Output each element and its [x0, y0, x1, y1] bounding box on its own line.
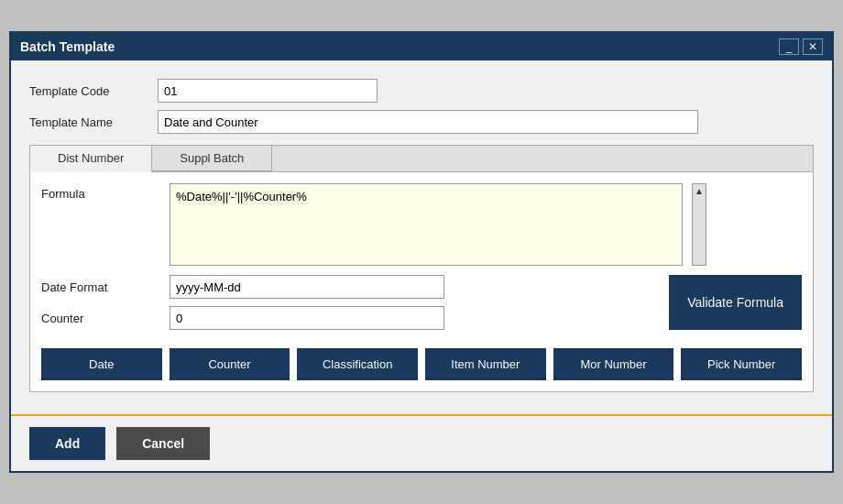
template-name-label: Template Name [29, 115, 148, 129]
window-content: Template Code Template Name Dist Number … [11, 60, 832, 411]
title-bar: Batch Template _ ✕ [11, 33, 832, 60]
insert-buttons-row: Date Counter Classification Item Number … [30, 341, 813, 391]
template-code-label: Template Code [29, 84, 148, 98]
cancel-button[interactable]: Cancel [116, 427, 210, 460]
tab-dist-number-content: Formula %Date%||'-'||%Counter% ▲ Date Fo… [30, 172, 813, 341]
scroll-up-icon: ▲ [695, 186, 704, 196]
date-counter-fields: Date Format Counter [41, 275, 444, 330]
counter-row: Counter [41, 306, 444, 330]
template-name-input[interactable] [158, 110, 698, 134]
counter-label: Counter [41, 312, 160, 325]
bottom-bar: Add Cancel [11, 414, 832, 471]
formula-scrollbar[interactable]: ▲ [692, 183, 706, 266]
tab-dist-number[interactable]: Dist Number [30, 146, 152, 172]
formula-row: Formula %Date%||'-'||%Counter% ▲ [41, 183, 802, 266]
batch-template-dialog: Batch Template _ ✕ Template Code Templat… [9, 31, 834, 473]
formula-label: Formula [41, 183, 160, 201]
date-counter-validate-row: Date Format Counter Validate Formula [41, 275, 802, 330]
tabs-section: Dist Number Suppl Batch Formula %Date%||… [29, 145, 814, 392]
window-title: Batch Template [20, 39, 115, 54]
template-name-row: Template Name [29, 110, 814, 134]
date-format-row: Date Format [41, 275, 444, 299]
template-code-row: Template Code [29, 79, 814, 103]
insert-mor-number-button[interactable]: Mor Number [553, 348, 674, 380]
insert-pick-number-button[interactable]: Pick Number [681, 348, 802, 380]
title-bar-buttons: _ ✕ [779, 38, 823, 55]
template-code-input[interactable] [158, 79, 378, 103]
tab-bar: Dist Number Suppl Batch [30, 146, 813, 172]
minimize-button[interactable]: _ [779, 38, 799, 55]
formula-textarea[interactable]: %Date%||'-'||%Counter% [170, 183, 683, 266]
add-button[interactable]: Add [29, 427, 105, 460]
close-button[interactable]: ✕ [803, 38, 823, 55]
date-format-input[interactable] [170, 275, 444, 299]
tab-suppl-batch[interactable]: Suppl Batch [152, 146, 272, 171]
insert-item-number-button[interactable]: Item Number [425, 348, 546, 380]
insert-counter-button[interactable]: Counter [170, 348, 290, 380]
insert-classification-button[interactable]: Classification [297, 348, 418, 380]
date-format-label: Date Format [41, 280, 160, 294]
insert-date-button[interactable]: Date [41, 348, 162, 380]
counter-input[interactable] [170, 306, 444, 330]
validate-formula-button[interactable]: Validate Formula [669, 275, 802, 330]
